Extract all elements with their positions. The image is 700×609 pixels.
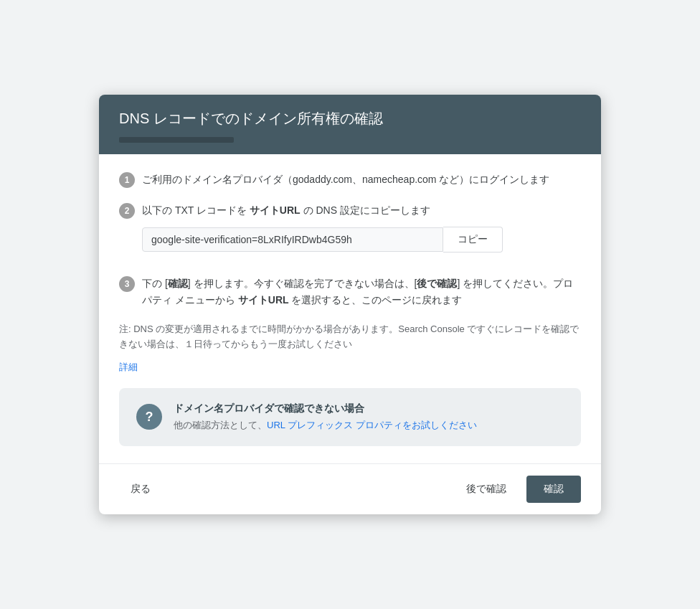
note-text: 注: DNS の変更が適用されるまでに時間がかかる場合があります。Search …: [119, 324, 579, 349]
back-button[interactable]: 戻る: [119, 477, 162, 501]
dialog-title: DNS レコードでのドメイン所有権の確認: [119, 109, 581, 128]
dns-verification-dialog: DNS レコードでのドメイン所有権の確認 1 ご利用のドメイン名プロバイダ（go…: [99, 95, 601, 514]
step-1-content: ご利用のドメイン名プロバイダ（godaddy.com、namecheap.com…: [142, 171, 581, 187]
note-section: 注: DNS の変更が適用されるまでに時間がかかる場合があります。Search …: [119, 322, 581, 352]
alternative-link[interactable]: URL プレフィックス プロパティをお試しください: [267, 420, 477, 430]
header-bar: [119, 137, 234, 143]
step-3-later-label: 後で確認: [417, 278, 457, 289]
step-3-prefix: 下の [: [142, 278, 168, 289]
step-3-number: 3: [119, 276, 135, 292]
step-2-content: 以下の TXT レコードを サイトURL の DNS 設定にコピーします コピー: [142, 202, 581, 261]
alternative-title: ドメイン名プロバイダで確認できない場合: [174, 402, 564, 415]
detail-link[interactable]: 詳細: [119, 362, 138, 372]
alternative-desc: 他の確認方法として、URL プレフィックス プロパティをお試しください: [174, 418, 564, 433]
dialog-footer: 戻る 後で確認 確認: [99, 463, 601, 514]
step-2-suffix: の DNS 設定にコピーします: [301, 204, 430, 216]
txt-record-row: コピー: [142, 227, 581, 252]
footer-right: 後で確認 確認: [455, 476, 581, 503]
later-button[interactable]: 後で確認: [455, 477, 518, 501]
step-1-number: 1: [119, 172, 135, 188]
alternative-content: ドメイン名プロバイダで確認できない場合 他の確認方法として、URL プレフィック…: [174, 402, 564, 433]
footer-left: 戻る: [119, 477, 162, 501]
step-3: 3 下の [確認] を押します。今すぐ確認を完了できない場合は、[後で確認] を…: [119, 275, 581, 308]
copy-button[interactable]: コピー: [443, 227, 503, 252]
step-1: 1 ご利用のドメイン名プロバイダ（godaddy.com、namecheap.c…: [119, 171, 581, 188]
step-3-middle1: ] を押します。今すぐ確認を完了できない場合は、[: [188, 278, 417, 289]
dialog-header: DNS レコードでのドメイン所有権の確認: [99, 95, 601, 154]
step-2-site-url: サイトURL: [250, 204, 301, 216]
txt-record-input[interactable]: [142, 227, 443, 252]
alternative-section: ? ドメイン名プロバイダで確認できない場合 他の確認方法として、URL プレフィ…: [119, 388, 581, 447]
step-3-suffix: を選択すると、このページに戻れます: [289, 294, 463, 306]
confirm-button[interactable]: 確認: [526, 476, 581, 503]
step-3-confirm-label: 確認: [168, 278, 188, 289]
dialog-body: 1 ご利用のドメイン名プロバイダ（godaddy.com、namecheap.c…: [99, 154, 601, 463]
step-3-content: 下の [確認] を押します。今すぐ確認を完了できない場合は、[後で確認] を押し…: [142, 275, 581, 308]
step-3-site-url: サイトURL: [238, 294, 289, 306]
step-2-number: 2: [119, 203, 135, 219]
alternative-desc-prefix: 他の確認方法として、: [174, 420, 267, 430]
step-2-prefix: 以下の TXT レコードを: [142, 204, 250, 216]
question-icon: ?: [136, 404, 162, 430]
step-2: 2 以下の TXT レコードを サイトURL の DNS 設定にコピーします コ…: [119, 202, 581, 261]
